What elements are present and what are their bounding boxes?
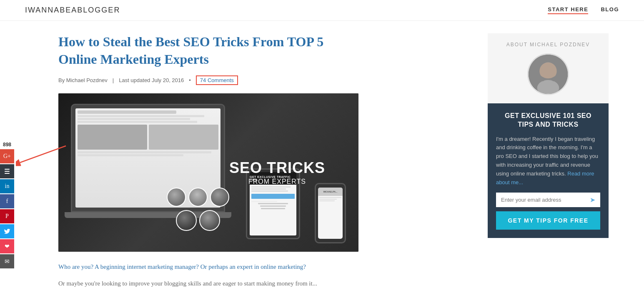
expert-circle-4	[176, 210, 197, 231]
facebook-button[interactable]: f	[0, 194, 14, 208]
screen-line	[78, 118, 190, 120]
image-subtitle: FROM EXPERTS	[229, 178, 325, 185]
expert-circle-1	[167, 188, 186, 207]
phone-screen: MICHAELPA...	[318, 188, 343, 239]
nav-start-here[interactable]: START HERE	[548, 6, 588, 14]
meta-separator: |	[113, 77, 114, 83]
email-input[interactable]	[501, 197, 590, 203]
share-count: 898	[0, 142, 14, 148]
email-input-wrapper: ➤	[496, 193, 600, 207]
phone-shape: MICHAELPA...	[315, 183, 346, 243]
expert-circle-3	[210, 188, 229, 207]
linkedin-button[interactable]: in	[0, 179, 14, 193]
cta-title: GET EXCLUSIVE 101 SEO TIPS AND TRICKS	[496, 112, 600, 129]
screen-line	[78, 115, 204, 117]
image-placeholder: GET EXCLUSIVE TRAFFIC TIPS	[58, 93, 358, 252]
share-arrow	[16, 142, 70, 168]
site-nav: START HERE BLOG	[548, 6, 619, 14]
phone-header: MICHAELPA...	[318, 188, 343, 196]
buffer-button[interactable]	[0, 164, 14, 178]
pocket-button[interactable]: ❤	[0, 239, 14, 253]
nav-blog[interactable]: BLOG	[601, 6, 619, 14]
svg-rect-2	[5, 173, 10, 174]
screen-line	[78, 121, 197, 123]
svg-rect-10	[552, 78, 554, 81]
svg-point-7	[537, 80, 559, 95]
site-header: IWANNABEABLOGGER START HERE BLOG	[0, 0, 644, 21]
pinterest-button[interactable]: P	[0, 209, 14, 223]
article-meta: By Michael Pozdnev | Last updated July 2…	[58, 75, 467, 85]
article-title: How to Steal the Best SEO Tricks From TO…	[58, 33, 358, 68]
screen-line	[78, 151, 211, 153]
tablet-content	[250, 185, 296, 211]
sidebar-cta: GET EXCLUSIVE 101 SEO TIPS AND TRICKS I'…	[488, 103, 609, 238]
image-text-overlay: SEO TRICKS FROM EXPERTS	[229, 160, 325, 185]
sidebar-about-title: ABOUT MICHAEL POZDNEV	[496, 42, 600, 48]
expert-row-top	[167, 188, 229, 207]
meta-separator2: •	[189, 77, 191, 83]
author-photo	[527, 53, 569, 95]
twitter-button[interactable]	[0, 224, 14, 238]
comments-badge[interactable]: 74 Comments	[196, 75, 238, 85]
social-sidebar: 898 G+ in f P ❤ ✉	[0, 142, 14, 269]
expert-circles	[167, 188, 229, 231]
screen-line	[78, 110, 176, 114]
article-date: Last updated July 20, 2016	[119, 77, 184, 83]
expert-row-bottom	[167, 210, 229, 231]
page-body: How to Steal the Best SEO Tricks From TO…	[0, 21, 644, 301]
cta-description: I'm a dreamer! Recently I began travelin…	[496, 135, 600, 187]
sidebar-about: ABOUT MICHAEL POZDNEV	[488, 33, 609, 103]
screen-line	[78, 154, 183, 156]
google-plus-button[interactable]: G+	[0, 149, 14, 163]
article-author: By Michael Pozdnev	[58, 77, 108, 83]
svg-rect-9	[542, 78, 544, 81]
expert-circle-5	[199, 210, 220, 231]
cta-button[interactable]: GET MY TIPS FOR FREE	[496, 211, 600, 230]
author-photo-inner	[529, 55, 568, 94]
email-share-button[interactable]: ✉	[0, 254, 14, 268]
phone-content	[318, 196, 343, 203]
article-feature-image: GET EXCLUSIVE TRAFFIC TIPS	[58, 93, 358, 252]
svg-rect-0	[5, 169, 10, 170]
svg-line-4	[20, 146, 66, 163]
image-title: SEO TRICKS	[229, 160, 325, 176]
expert-circle-2	[188, 188, 208, 207]
screen-blocks	[78, 125, 218, 150]
article-intro: Who are you? A beginning internet market…	[58, 262, 350, 273]
main-content: How to Steal the Best SEO Tricks From TO…	[25, 21, 484, 301]
right-sidebar: ABOUT MICHAEL POZDNEV GET E	[484, 21, 617, 301]
author-avatar-svg	[529, 53, 568, 95]
site-title: IWANNABEABLOGGER	[25, 6, 120, 15]
send-icon: ➤	[590, 196, 595, 204]
svg-rect-1	[5, 171, 10, 172]
article-body: Or maybe you're looking to improve your …	[58, 278, 350, 289]
